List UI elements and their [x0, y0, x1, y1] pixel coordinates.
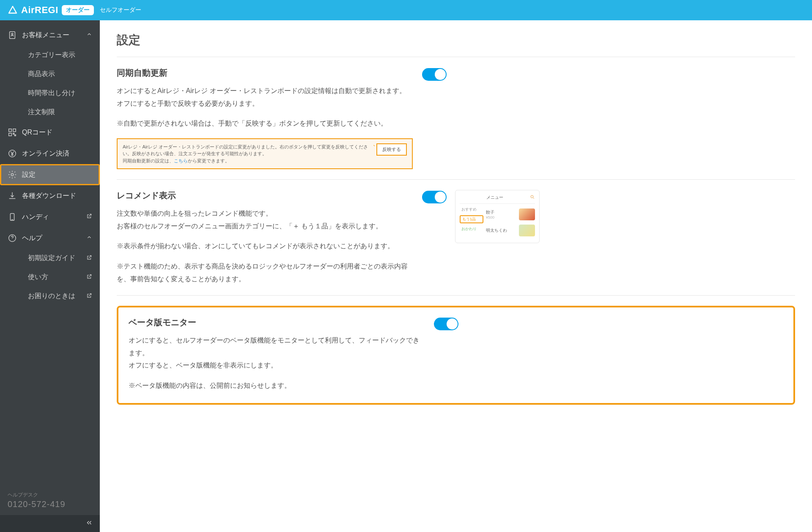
- helpdesk-label: ヘルプデスク: [8, 491, 92, 499]
- logo: AirREGI オーダー セルフオーダー: [8, 5, 141, 16]
- chevron-double-left-icon: [85, 519, 93, 528]
- sidebar-item-setup-guide[interactable]: 初期設定ガイド: [20, 249, 100, 268]
- sidebar-item-order-limit[interactable]: 注文制限: [20, 103, 100, 122]
- sync-desc: オンにするとAirレジ・Airレジ オーダー・レストランボードの設定情報は自動で…: [117, 85, 413, 110]
- sidebar-item-settings[interactable]: 設定: [0, 164, 100, 185]
- sidebar-item-label: 設定: [22, 170, 36, 179]
- sidebar-item-qr-code[interactable]: QRコード: [0, 122, 100, 143]
- svg-point-1: [11, 33, 13, 35]
- preview-tag-okawari: おかわり: [460, 226, 483, 232]
- sidebar-item-online-payment[interactable]: オンライン決済: [0, 143, 100, 164]
- sidebar-item-category-display[interactable]: カテゴリー表示: [20, 46, 100, 65]
- gear-icon: [8, 170, 17, 179]
- sidebar: お客様メニュー カテゴリー表示 商品表示 時間帯出し分け 注文制限 QRコード: [0, 20, 100, 532]
- preview-tag-mou1: もう1品: [460, 215, 483, 223]
- sync-title: 同期自動更新: [117, 67, 413, 79]
- sidebar-item-label: 各種ダウンロード: [22, 192, 76, 200]
- sync-info-link[interactable]: こちら: [174, 158, 188, 163]
- external-link-icon: [86, 274, 92, 281]
- logo-sub: セルフオーダー: [100, 6, 141, 14]
- recommend-desc: 注文数や単価の向上を狙ったレコメンド機能です。 お客様のセルフオーダーのメニュー…: [117, 207, 413, 232]
- external-link-icon: [86, 293, 92, 300]
- sidebar-item-customer-menu[interactable]: お客様メニュー: [0, 25, 100, 46]
- logo-badge: オーダー: [62, 5, 94, 15]
- preview-thumb: [519, 225, 535, 236]
- logo-icon: [8, 5, 18, 15]
- sidebar-item-usage[interactable]: 使い方: [20, 268, 100, 287]
- sync-note: ※自動で更新がされない場合は、手動で「反映する」ボタンを押して更新してください。: [117, 117, 413, 130]
- chevron-up-icon: [86, 31, 92, 39]
- svg-rect-4: [9, 133, 11, 136]
- helpdesk-info: ヘルプデスク 0120-572-419: [0, 487, 100, 515]
- sync-info-line2-pre: 同期自動更新の設定は、: [123, 158, 174, 163]
- beta-note: ※ベータ版機能の内容は、公開前にお知らせします。: [129, 379, 425, 392]
- preview-tag-osusume: おすすめ: [460, 206, 483, 213]
- reflect-button[interactable]: 反映する: [376, 143, 407, 156]
- external-link-icon: [86, 255, 92, 262]
- sidebar-item-label: ヘルプ: [22, 234, 42, 243]
- customer-menu-icon: [8, 30, 17, 40]
- download-icon: [8, 191, 17, 200]
- sidebar-item-label: オンライン決済: [22, 149, 69, 158]
- sync-toggle[interactable]: [422, 68, 447, 81]
- header: AirREGI オーダー セルフオーダー: [0, 0, 812, 20]
- svg-rect-3: [13, 129, 16, 132]
- sidebar-item-time-slot[interactable]: 時間帯出し分け: [20, 84, 100, 103]
- recommend-toggle[interactable]: [422, 191, 447, 203]
- recommend-preview: メニュー おすすめ もう1品 おかわり: [455, 190, 540, 243]
- sidebar-collapse-button[interactable]: [0, 515, 100, 532]
- beta-title: ベータ版モニター: [129, 317, 425, 328]
- sync-info-line1: Airレジ・Airレジ オーダー・レストランボードの設定に変更がありました。右の…: [123, 143, 372, 157]
- recommend-note1: ※表示条件が揃わない場合、オンにしていてもレコメンドが表示されないことがあります…: [117, 240, 413, 252]
- sync-info-box: Airレジ・Airレジ オーダー・レストランボードの設定に変更がありました。右の…: [117, 138, 413, 170]
- search-icon: [530, 195, 535, 200]
- chevron-up-icon: [86, 234, 92, 242]
- recommend-title: レコメンド表示: [117, 190, 413, 201]
- recommend-section: レコメンド表示 注文数や単価の向上を狙ったレコメンド機能です。 お客様のセルフオ…: [117, 180, 795, 295]
- logo-text: AirREGI: [21, 5, 58, 16]
- preview-item1-price: ¥500: [486, 215, 494, 219]
- svg-rect-2: [9, 129, 11, 132]
- preview-item2: 明太ちくわ: [486, 228, 507, 233]
- svg-point-9: [531, 195, 533, 198]
- external-link-icon: [86, 213, 92, 221]
- help-icon: [8, 233, 17, 243]
- main-content: 設定 同期自動更新 オンにするとAirレジ・Airレジ オーダー・レストランボー…: [100, 20, 812, 532]
- sync-section: 同期自動更新 オンにするとAirレジ・Airレジ オーダー・レストランボードの設…: [117, 57, 795, 179]
- beta-desc: オンにすると、セルフオーダーのベータ版機能をモニターとして利用して、フィードバッ…: [129, 334, 425, 372]
- sidebar-item-label: ハンディ: [22, 213, 49, 222]
- sidebar-item-product-display[interactable]: 商品表示: [20, 65, 100, 84]
- sync-info-line2-post: から変更できます。: [188, 158, 230, 163]
- qr-code-icon: [8, 128, 17, 137]
- beta-section: ベータ版モニター オンにすると、セルフオーダーのベータ版機能をモニターとして利用…: [117, 296, 795, 414]
- sidebar-item-downloads[interactable]: 各種ダウンロード: [0, 185, 100, 206]
- sidebar-item-trouble[interactable]: お困りのときは: [20, 287, 100, 306]
- preview-item1: 餃子: [486, 209, 494, 215]
- sidebar-item-help[interactable]: ヘルプ: [0, 228, 100, 249]
- helpdesk-number: 0120-572-419: [8, 499, 92, 509]
- recommend-note2: ※テスト機能のため、表示する商品を決めるロジックやセルフオーダーの利用者ごとの表…: [117, 260, 413, 285]
- yen-icon: [8, 149, 17, 158]
- sidebar-item-label: QRコード: [22, 128, 52, 137]
- sidebar-item-label: お客様メニュー: [22, 31, 69, 40]
- preview-thumb: [519, 208, 535, 220]
- nav: お客様メニュー カテゴリー表示 商品表示 時間帯出し分け 注文制限 QRコード: [0, 20, 100, 487]
- svg-point-6: [11, 173, 14, 176]
- page-title: 設定: [117, 32, 795, 57]
- sidebar-item-handy[interactable]: ハンディ: [0, 206, 100, 228]
- preview-title: メニュー: [486, 195, 503, 200]
- handy-icon: [8, 212, 17, 222]
- beta-toggle[interactable]: [434, 318, 458, 330]
